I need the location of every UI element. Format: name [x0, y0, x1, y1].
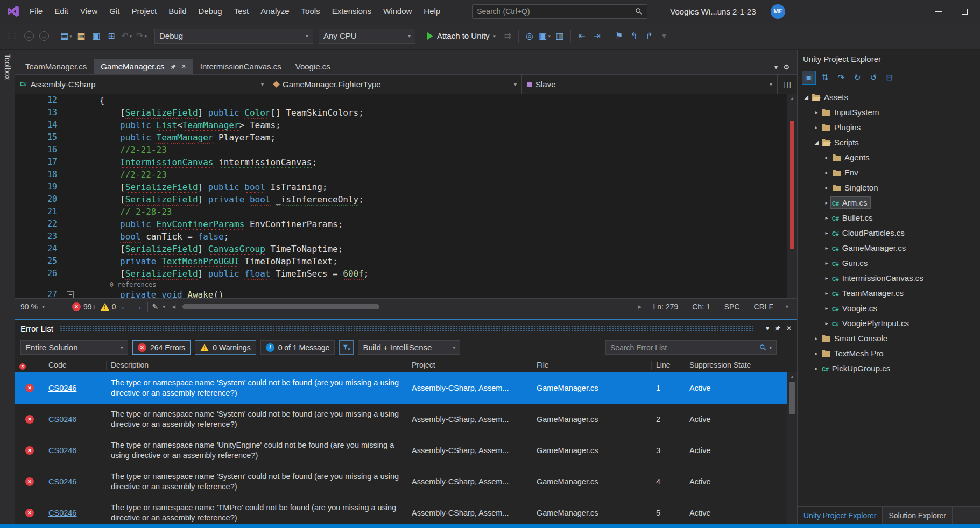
code-line[interactable]: 17 IntermissionCanvas intermissionCanvas…: [15, 156, 787, 168]
window-position-icon[interactable]: ▾: [766, 325, 769, 332]
project-dropdown[interactable]: C# Assembly-CSharp ▾: [15, 75, 269, 94]
close-icon[interactable]: ✕: [181, 63, 186, 70]
error-row[interactable]: ✕CS0246The type or namespace name 'Syste…: [15, 466, 787, 497]
chevron-collapsed-icon[interactable]: ▸: [822, 260, 831, 266]
track-active-item-icon[interactable]: ▣: [802, 71, 816, 85]
save-icon[interactable]: ▣: [89, 28, 104, 44]
menu-view[interactable]: View: [74, 0, 103, 23]
tab-voogie-cs[interactable]: Voogie.cs: [288, 59, 337, 74]
code-line[interactable]: 25 private TextMeshProUGUI TimeToNapTime…: [15, 255, 787, 267]
code-line[interactable]: 21 // 2-28-23: [15, 206, 787, 218]
status-line-ending[interactable]: CRLF: [749, 302, 779, 311]
severity-column-header[interactable]: ✕: [15, 361, 44, 370]
menu-file[interactable]: File: [24, 0, 48, 23]
error-list-search-input[interactable]: [610, 343, 759, 352]
chevron-collapsed-icon[interactable]: ▸: [822, 215, 831, 221]
sync-icon[interactable]: ↺: [866, 71, 880, 85]
pin-icon[interactable]: [170, 64, 177, 70]
error-row[interactable]: ✕CS0246The type or namespace name 'Unity…: [15, 435, 787, 466]
nav-back-icon[interactable]: ←: [22, 28, 37, 44]
fold-collapse-icon[interactable]: −: [67, 291, 74, 298]
tree-item-cloudparticles-cs[interactable]: ▸C#CloudParticles.cs: [798, 225, 980, 240]
tab-list-dropdown-icon[interactable]: ▾: [774, 63, 778, 71]
chevron-collapsed-icon[interactable]: ▸: [812, 335, 821, 341]
error-list-scrollbar-thumb[interactable]: [789, 382, 795, 414]
code-area[interactable]: 12 {13 [SerializeField] public Color[] T…: [15, 94, 787, 298]
chevron-collapsed-icon[interactable]: ▸: [822, 154, 831, 160]
toolbar-grip[interactable]: ⋮⋮: [5, 32, 17, 40]
source-dropdown[interactable]: Build + IntelliSense ▾: [358, 340, 460, 355]
split-editor-icon[interactable]: ◫: [778, 75, 797, 94]
filter-columns-icon[interactable]: [339, 340, 354, 355]
error-list-search[interactable]: ▾: [605, 340, 777, 355]
code-line[interactable]: 12 {: [15, 94, 787, 107]
code-line[interactable]: 27− private void Awake(): [15, 288, 787, 298]
error-code-link[interactable]: CS0246: [48, 446, 76, 455]
tree-item-bullet-cs[interactable]: ▸C#Bullet.cs: [798, 210, 980, 225]
gear-icon[interactable]: ⚙: [783, 63, 789, 71]
collapse-all-icon[interactable]: ⊟: [883, 71, 897, 85]
chevron-collapsed-icon[interactable]: ▸: [822, 200, 831, 206]
error-list-title-bar[interactable]: Error List ▾ ✕: [15, 320, 797, 337]
error-row[interactable]: ✕CS0246The type or namespace name 'Syste…: [15, 372, 787, 404]
column-header-line[interactable]: Line: [652, 361, 685, 370]
scroll-up-icon[interactable]: ▲: [787, 94, 797, 103]
navigate-forward-icon[interactable]: →: [134, 301, 143, 312]
save-all-icon[interactable]: ⊞: [104, 28, 119, 44]
bookmarks-menu-icon[interactable]: ▾: [657, 28, 672, 44]
redo-icon[interactable]: ↷: [834, 71, 848, 85]
tree-item-scripts[interactable]: ◢Scripts: [798, 135, 980, 150]
tree-item-textmesh-pro[interactable]: ▸TextMesh Pro: [798, 346, 980, 361]
chevron-collapsed-icon[interactable]: ▸: [822, 185, 831, 191]
explorer-title-bar[interactable]: Unity Project Explorer: [798, 50, 980, 68]
redo-icon[interactable]: ↷▾: [134, 28, 149, 44]
navigate-back-icon[interactable]: ←: [121, 301, 130, 312]
next-bookmark-icon[interactable]: ↱: [641, 28, 657, 44]
close-icon[interactable]: ✕: [786, 325, 792, 332]
scroll-down-icon[interactable]: ▼: [782, 304, 792, 309]
tree-item-arm-cs[interactable]: ▸C#Arm.cs: [798, 195, 980, 210]
chevron-expanded-icon[interactable]: ◢: [802, 94, 810, 100]
menu-project[interactable]: Project: [125, 0, 163, 23]
panel-splitter[interactable]: [15, 314, 797, 319]
horizontal-scrollbar-track[interactable]: [178, 304, 636, 309]
code-editor[interactable]: 12 {13 [SerializeField] public Color[] T…: [15, 94, 797, 298]
chevron-collapsed-icon[interactable]: ▸: [822, 245, 831, 251]
code-line[interactable]: 0 references: [15, 280, 787, 288]
tree-item-voogie-cs[interactable]: ▸C#Voogie.cs: [798, 300, 980, 315]
solution-platform-dropdown[interactable]: Any CPU ▾: [319, 29, 415, 44]
chevron-collapsed-icon[interactable]: ▸: [822, 230, 831, 236]
panel-tab-solution-explorer[interactable]: Solution Explorer: [883, 507, 953, 524]
tab-teammanager-cs[interactable]: TeamManager.cs: [18, 59, 94, 74]
status-spaces-mode[interactable]: SPC: [720, 302, 745, 311]
editor-vertical-scrollbar[interactable]: ▲: [787, 94, 797, 298]
column-header-suppression-state[interactable]: Suppression State: [685, 361, 787, 370]
error-code-cell[interactable]: CS0246: [44, 446, 107, 455]
undo-icon[interactable]: ↶▾: [119, 28, 134, 44]
chevron-collapsed-icon[interactable]: ▸: [812, 350, 821, 356]
chevron-collapsed-icon[interactable]: ▸: [822, 305, 831, 311]
screenshot-icon[interactable]: ▣▾: [537, 28, 552, 44]
global-search[interactable]: [472, 4, 647, 19]
new-folder-icon[interactable]: ▥: [552, 28, 567, 44]
minimize-button[interactable]: [927, 2, 950, 21]
column-header-code[interactable]: Code: [44, 361, 107, 370]
scroll-right-icon[interactable]: ▶: [636, 304, 644, 309]
chevron-down-icon[interactable]: ▾: [163, 304, 165, 309]
code-line[interactable]: 22 public EnvConfinerParams EnvConfinerP…: [15, 218, 787, 230]
maximize-button[interactable]: [953, 2, 976, 21]
column-header-project[interactable]: Project: [407, 361, 532, 370]
error-code-link[interactable]: CS0246: [48, 415, 76, 424]
nav-forward-icon[interactable]: →: [37, 28, 52, 44]
errors-filter-button[interactable]: ✕ 264 Errors: [132, 340, 191, 355]
code-line[interactable]: 16 //2-21-23: [15, 144, 787, 156]
menu-test[interactable]: Test: [228, 0, 255, 23]
chevron-collapsed-icon[interactable]: ▸: [822, 275, 831, 281]
code-line[interactable]: 15 public TeamManager PlayerTeam;: [15, 131, 787, 144]
tree-item-smart-console[interactable]: ▸Smart Console: [798, 330, 980, 346]
attach-process-icon[interactable]: ⇉: [500, 28, 515, 44]
code-line[interactable]: 20 [SerializeField] private bool _isInfe…: [15, 193, 787, 206]
scroll-left-icon[interactable]: ◀: [170, 304, 178, 309]
column-header-file[interactable]: File: [532, 361, 652, 370]
scope-dropdown[interactable]: Entire Solution ▾: [20, 340, 128, 355]
